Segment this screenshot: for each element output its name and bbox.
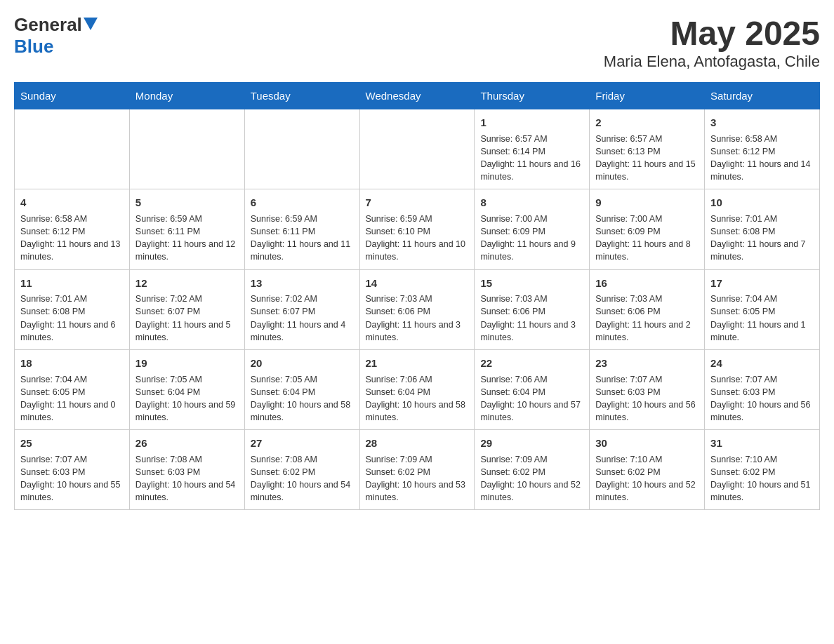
day-info: Sunrise: 7:06 AM Sunset: 6:04 PM Dayligh… <box>480 373 583 424</box>
col-header-friday: Friday <box>590 83 705 109</box>
day-number: 9 <box>595 195 699 210</box>
calendar-cell: 29Sunrise: 7:09 AM Sunset: 6:02 PM Dayli… <box>475 430 590 510</box>
page-header: General Blue May 2025 Maria Elena, Antof… <box>14 14 820 71</box>
day-number: 1 <box>480 115 583 130</box>
day-info: Sunrise: 7:09 AM Sunset: 6:02 PM Dayligh… <box>480 453 583 504</box>
day-number: 8 <box>480 195 583 210</box>
day-info: Sunrise: 7:05 AM Sunset: 6:04 PM Dayligh… <box>251 373 354 424</box>
calendar-cell: 4Sunrise: 6:58 AM Sunset: 6:12 PM Daylig… <box>15 189 130 269</box>
day-number: 23 <box>595 356 699 371</box>
col-header-wednesday: Wednesday <box>359 83 475 109</box>
month-year-title: May 2025 <box>604 14 820 53</box>
day-number: 17 <box>710 276 814 291</box>
logo-blue: Blue <box>14 36 53 58</box>
day-info: Sunrise: 6:59 AM Sunset: 6:10 PM Dayligh… <box>366 213 469 264</box>
calendar-week-row: 18Sunrise: 7:04 AM Sunset: 6:05 PM Dayli… <box>15 349 820 429</box>
calendar-cell: 26Sunrise: 7:08 AM Sunset: 6:03 PM Dayli… <box>129 430 244 510</box>
calendar-week-row: 11Sunrise: 7:01 AM Sunset: 6:08 PM Dayli… <box>15 269 820 349</box>
day-info: Sunrise: 7:10 AM Sunset: 6:02 PM Dayligh… <box>595 453 699 504</box>
day-number: 18 <box>20 356 124 371</box>
day-info: Sunrise: 6:59 AM Sunset: 6:11 PM Dayligh… <box>251 213 354 264</box>
col-header-sunday: Sunday <box>15 83 130 109</box>
day-number: 5 <box>135 195 239 210</box>
col-header-monday: Monday <box>129 83 244 109</box>
calendar-cell: 31Sunrise: 7:10 AM Sunset: 6:02 PM Dayli… <box>705 430 820 510</box>
calendar-header-row: SundayMondayTuesdayWednesdayThursdayFrid… <box>15 83 820 109</box>
calendar-cell: 8Sunrise: 7:00 AM Sunset: 6:09 PM Daylig… <box>475 189 590 269</box>
day-number: 25 <box>20 436 124 451</box>
day-info: Sunrise: 6:57 AM Sunset: 6:13 PM Dayligh… <box>595 133 699 184</box>
col-header-thursday: Thursday <box>475 83 590 109</box>
calendar-cell: 7Sunrise: 6:59 AM Sunset: 6:10 PM Daylig… <box>359 189 475 269</box>
calendar-cell: 25Sunrise: 7:07 AM Sunset: 6:03 PM Dayli… <box>15 430 130 510</box>
calendar-cell: 1Sunrise: 6:57 AM Sunset: 6:14 PM Daylig… <box>475 109 590 189</box>
day-info: Sunrise: 7:03 AM Sunset: 6:06 PM Dayligh… <box>366 293 469 344</box>
day-info: Sunrise: 6:59 AM Sunset: 6:11 PM Dayligh… <box>135 213 239 264</box>
day-number: 30 <box>595 436 699 451</box>
calendar-cell: 27Sunrise: 7:08 AM Sunset: 6:02 PM Dayli… <box>244 430 359 510</box>
logo-general: General <box>14 14 82 36</box>
day-number: 4 <box>20 195 124 210</box>
calendar-cell: 11Sunrise: 7:01 AM Sunset: 6:08 PM Dayli… <box>15 269 130 349</box>
calendar-cell: 19Sunrise: 7:05 AM Sunset: 6:04 PM Dayli… <box>129 349 244 429</box>
title-section: May 2025 Maria Elena, Antofagasta, Chile <box>604 14 820 71</box>
calendar-cell: 6Sunrise: 6:59 AM Sunset: 6:11 PM Daylig… <box>244 189 359 269</box>
day-number: 3 <box>710 115 814 130</box>
day-number: 14 <box>366 276 469 291</box>
calendar-cell <box>244 109 359 189</box>
day-info: Sunrise: 7:07 AM Sunset: 6:03 PM Dayligh… <box>710 373 814 424</box>
calendar-cell <box>15 109 130 189</box>
day-number: 27 <box>251 436 354 451</box>
day-info: Sunrise: 7:05 AM Sunset: 6:04 PM Dayligh… <box>135 373 239 424</box>
calendar-cell: 14Sunrise: 7:03 AM Sunset: 6:06 PM Dayli… <box>359 269 475 349</box>
day-info: Sunrise: 7:04 AM Sunset: 6:05 PM Dayligh… <box>20 373 124 424</box>
day-info: Sunrise: 7:02 AM Sunset: 6:07 PM Dayligh… <box>251 293 354 344</box>
day-number: 29 <box>480 436 583 451</box>
day-info: Sunrise: 7:03 AM Sunset: 6:06 PM Dayligh… <box>480 293 583 344</box>
logo: General Blue <box>14 14 98 58</box>
calendar-cell: 13Sunrise: 7:02 AM Sunset: 6:07 PM Dayli… <box>244 269 359 349</box>
location-title: Maria Elena, Antofagasta, Chile <box>604 53 820 71</box>
day-info: Sunrise: 7:01 AM Sunset: 6:08 PM Dayligh… <box>710 213 814 264</box>
calendar-cell: 3Sunrise: 6:58 AM Sunset: 6:12 PM Daylig… <box>705 109 820 189</box>
day-info: Sunrise: 7:07 AM Sunset: 6:03 PM Dayligh… <box>595 373 699 424</box>
day-number: 28 <box>366 436 469 451</box>
calendar-cell <box>129 109 244 189</box>
day-number: 24 <box>710 356 814 371</box>
calendar-cell: 2Sunrise: 6:57 AM Sunset: 6:13 PM Daylig… <box>590 109 705 189</box>
day-info: Sunrise: 7:00 AM Sunset: 6:09 PM Dayligh… <box>480 213 583 264</box>
day-info: Sunrise: 7:06 AM Sunset: 6:04 PM Dayligh… <box>366 373 469 424</box>
calendar-cell: 22Sunrise: 7:06 AM Sunset: 6:04 PM Dayli… <box>475 349 590 429</box>
day-info: Sunrise: 7:01 AM Sunset: 6:08 PM Dayligh… <box>20 293 124 344</box>
day-number: 10 <box>710 195 814 210</box>
day-number: 22 <box>480 356 583 371</box>
calendar-cell: 28Sunrise: 7:09 AM Sunset: 6:02 PM Dayli… <box>359 430 475 510</box>
calendar-cell: 23Sunrise: 7:07 AM Sunset: 6:03 PM Dayli… <box>590 349 705 429</box>
day-number: 12 <box>135 276 239 291</box>
day-number: 20 <box>251 356 354 371</box>
day-info: Sunrise: 7:09 AM Sunset: 6:02 PM Dayligh… <box>366 453 469 504</box>
day-number: 13 <box>251 276 354 291</box>
col-header-tuesday: Tuesday <box>244 83 359 109</box>
calendar-cell: 24Sunrise: 7:07 AM Sunset: 6:03 PM Dayli… <box>705 349 820 429</box>
calendar-cell: 20Sunrise: 7:05 AM Sunset: 6:04 PM Dayli… <box>244 349 359 429</box>
col-header-saturday: Saturday <box>705 83 820 109</box>
day-number: 16 <box>595 276 699 291</box>
day-number: 11 <box>20 276 124 291</box>
day-number: 15 <box>480 276 583 291</box>
day-info: Sunrise: 7:08 AM Sunset: 6:03 PM Dayligh… <box>135 453 239 504</box>
calendar-week-row: 1Sunrise: 6:57 AM Sunset: 6:14 PM Daylig… <box>15 109 820 189</box>
calendar-week-row: 4Sunrise: 6:58 AM Sunset: 6:12 PM Daylig… <box>15 189 820 269</box>
day-number: 7 <box>366 195 469 210</box>
day-number: 19 <box>135 356 239 371</box>
calendar-cell: 21Sunrise: 7:06 AM Sunset: 6:04 PM Dayli… <box>359 349 475 429</box>
calendar-cell: 12Sunrise: 7:02 AM Sunset: 6:07 PM Dayli… <box>129 269 244 349</box>
calendar-table: SundayMondayTuesdayWednesdayThursdayFrid… <box>14 82 820 510</box>
day-number: 2 <box>595 115 699 130</box>
day-info: Sunrise: 7:04 AM Sunset: 6:05 PM Dayligh… <box>710 293 814 344</box>
day-info: Sunrise: 7:00 AM Sunset: 6:09 PM Dayligh… <box>595 213 699 264</box>
day-number: 6 <box>251 195 354 210</box>
day-info: Sunrise: 6:58 AM Sunset: 6:12 PM Dayligh… <box>710 133 814 184</box>
day-number: 31 <box>710 436 814 451</box>
calendar-cell: 9Sunrise: 7:00 AM Sunset: 6:09 PM Daylig… <box>590 189 705 269</box>
